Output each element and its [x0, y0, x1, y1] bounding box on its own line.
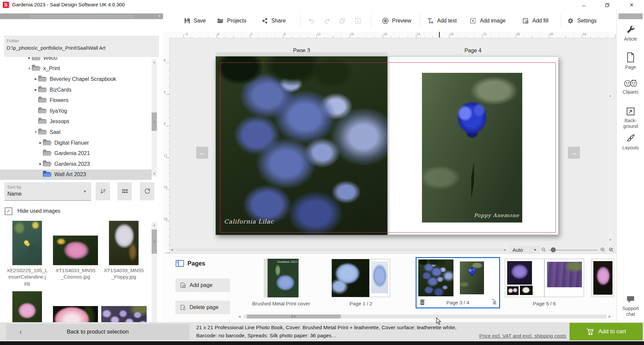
support-chat-button[interactable]: Support chat [617, 295, 644, 317]
chevron-collapsed-icon[interactable]: ▶ [38, 141, 43, 144]
redo-button[interactable] [323, 15, 331, 27]
page-thumb-label[interactable]: Brushed Metal Print cover [248, 301, 315, 306]
refresh-button[interactable] [140, 182, 154, 200]
image-thumbnail-XT1S4033_MN55_Cosmos.jpg[interactable] [53, 236, 98, 265]
tree-item-w600[interactable]: ▶W600 [0, 57, 152, 63]
zoom-mode-dropdown[interactable]: Auto ▼ [510, 246, 539, 254]
page-thumb-1-2[interactable] [332, 259, 390, 297]
scroll-up-icon[interactable]: ▲ [152, 222, 157, 228]
page-thumb-cover[interactable]: Gardenia 2023 [264, 259, 299, 297]
minimize-button[interactable] [576, 0, 592, 10]
tree-item-wall-art-2023[interactable]: Wall Art 2023 [0, 169, 152, 180]
hide-used-checkbox[interactable]: ✓ [5, 207, 12, 215]
tree-scroll-thumb[interactable]: ≡ [152, 112, 157, 131]
collapse-panel-icon[interactable]: ‹ [159, 13, 160, 19]
tree-item-x_print[interactable]: ▼x_Print [0, 63, 152, 74]
save-button[interactable]: Save [184, 15, 206, 27]
chevron-expanded-icon[interactable]: ▼ [33, 131, 38, 134]
add-fill-button[interactable]: Add fill [522, 15, 548, 27]
panel-drag-handle[interactable] [619, 13, 643, 19]
scroll-up-icon[interactable]: ▲ [608, 93, 613, 98]
main-toolbar: Save Projects Share Preview [163, 10, 616, 32]
chevron-expanded-icon[interactable]: ▼ [27, 67, 32, 70]
price-info-link[interactable]: Price incl. VAT and excl. shipping costs [479, 333, 566, 339]
thumbnails-scrollbar[interactable]: ▲ ≡ ▼ [152, 222, 157, 326]
add-page-after-icon[interactable] [490, 299, 497, 305]
sort-order-button[interactable] [96, 182, 110, 200]
duplicate-button[interactable] [339, 15, 346, 27]
image-thumbnail-XT1S4039_MN55_Poppy.jpg[interactable] [109, 221, 139, 265]
zoom-slider-handle[interactable] [551, 247, 556, 252]
sidebar-item-layouts[interactable]: Layouts [617, 133, 644, 151]
folder-path-box[interactable]: Folder D:\p_photos\c_portfolio\x_Print\S… [4, 36, 159, 57]
scroll-right-icon[interactable]: ▶ [607, 314, 612, 319]
preview-button[interactable]: Preview [382, 15, 411, 27]
tree-item-digital-flanuer[interactable]: ▶Digital Flanuer [0, 138, 152, 148]
page-thumb-label[interactable]: Page 1 / 2 [337, 301, 385, 306]
tree-item-beverley-chapel-scrapbook[interactable]: ▶Beverley Chapel Scrapbook [0, 74, 152, 85]
image-thumbnail-XE2S0225_105_LesserCelandine.jpg[interactable] [12, 221, 42, 265]
book-spread[interactable]: California Lilac Poppy Anemone [216, 56, 558, 235]
scroll-up-icon[interactable]: ▲ [152, 59, 157, 65]
sort-by-dropdown[interactable]: Sort by Name ▼ [4, 182, 91, 201]
close-button[interactable]: ✕ [624, 0, 639, 10]
back-to-product-button[interactable]: ‹ Back to product selection [6, 324, 190, 340]
delete-page-button[interactable]: Delete page [175, 301, 230, 314]
zoom-fit-icon[interactable] [608, 247, 614, 253]
scroll-left-icon[interactable]: ◀ [237, 314, 242, 319]
tree-item-saal[interactable]: ▼Saal [0, 127, 152, 138]
chevron-collapsed-icon[interactable]: ▶ [33, 78, 38, 81]
add-page-button[interactable]: Add page [175, 279, 230, 292]
restore-button[interactable] [599, 0, 615, 10]
canvas-hscrollbar[interactable] [176, 248, 502, 251]
tree-item-gardenia-2023[interactable]: ▶Gardenia 2023 [0, 159, 152, 169]
settings-button[interactable]: Settings [567, 15, 597, 27]
chevron-collapsed-icon[interactable]: ▶ [27, 57, 32, 59]
add-to-cart-button[interactable]: Add to cart [570, 323, 643, 340]
page3-photo[interactable]: California Lilac [216, 56, 387, 235]
scroll-down-icon[interactable]: ▼ [152, 171, 157, 177]
scroll-down-icon[interactable]: ▼ [608, 237, 613, 243]
import-button[interactable] [354, 15, 362, 27]
panel-drag-handle[interactable]: ‹ [0, 13, 163, 19]
share-button[interactable]: Share [262, 15, 286, 27]
add-text-button[interactable]: Add text [427, 15, 457, 27]
grid-view-button[interactable] [117, 182, 132, 200]
sidebar-item-article[interactable]: Article [617, 24, 644, 42]
tree-item-bizcards[interactable]: ▶BizCards [0, 85, 152, 95]
book-icon [175, 260, 184, 267]
page4-area[interactable]: Poppy Anemone [387, 56, 558, 235]
tree-item-flowers[interactable]: Flowers [0, 95, 152, 106]
page-thumb-label[interactable]: Page 5 / 6 [518, 301, 571, 306]
zoom-in-icon[interactable] [600, 247, 606, 253]
next-spread-button[interactable]: → [568, 147, 580, 159]
add-image-button[interactable]: Add image [470, 15, 506, 27]
page-thumb-6[interactable] [544, 259, 584, 297]
canvas-vscrollbar[interactable]: ▲ ▼ [608, 39, 613, 253]
scroll-right-icon[interactable]: ▶ [502, 247, 508, 252]
projects-button[interactable]: Projects [217, 15, 247, 27]
chevron-collapsed-icon[interactable]: ▶ [38, 162, 43, 165]
tree-item-jessops[interactable]: Jessops [0, 116, 152, 127]
pages-scroll-thumb[interactable] [247, 314, 341, 318]
tree-item-ilyayog[interactable]: IlyaYog [0, 106, 152, 116]
chevron-collapsed-icon[interactable]: ▶ [33, 88, 38, 91]
sidebar-item-page[interactable]: Page [617, 52, 644, 70]
page-thumb-3-4-selected[interactable]: Page 3 / 4 [416, 257, 500, 308]
previous-spread-button[interactable]: ← [196, 147, 208, 159]
page4-photo[interactable]: Poppy Anemone [422, 73, 522, 223]
scroll-left-icon[interactable]: ◀ [169, 247, 174, 252]
photo-caption-right[interactable]: Poppy Anemone [474, 212, 519, 218]
photo-caption-left[interactable]: California Lilac [224, 218, 274, 225]
tree-scrollbar[interactable]: ▲ ≡ ▼ [152, 59, 157, 177]
undo-button[interactable] [308, 15, 315, 27]
trash-icon[interactable] [420, 299, 425, 305]
sidebar-item-cliparts[interactable]: Cliparts [617, 79, 644, 95]
sidebar-item-background[interactable]: Back- ground [617, 107, 644, 129]
pages-scrollbar[interactable] [244, 314, 606, 318]
thumbnails-scroll-thumb[interactable]: ≡ [152, 230, 157, 254]
page-thumb-5[interactable] [505, 259, 544, 297]
zoom-out-icon[interactable] [541, 247, 547, 253]
page-thumb-partial[interactable] [591, 259, 614, 297]
tree-item-gardenia-2021[interactable]: Gardenia 2021 [0, 148, 152, 159]
